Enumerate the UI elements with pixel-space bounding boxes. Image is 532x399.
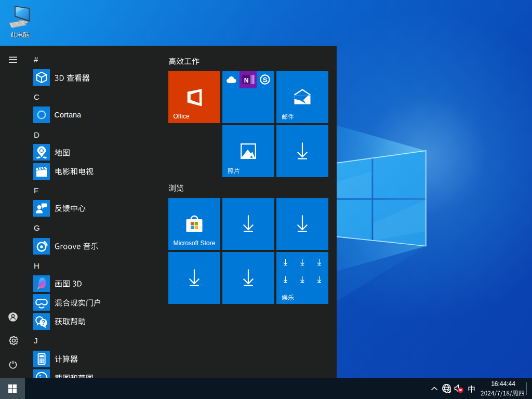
svg-text:N: N [244, 77, 249, 84]
svg-text:S: S [262, 76, 267, 84]
svg-text:?: ? [42, 319, 45, 326]
